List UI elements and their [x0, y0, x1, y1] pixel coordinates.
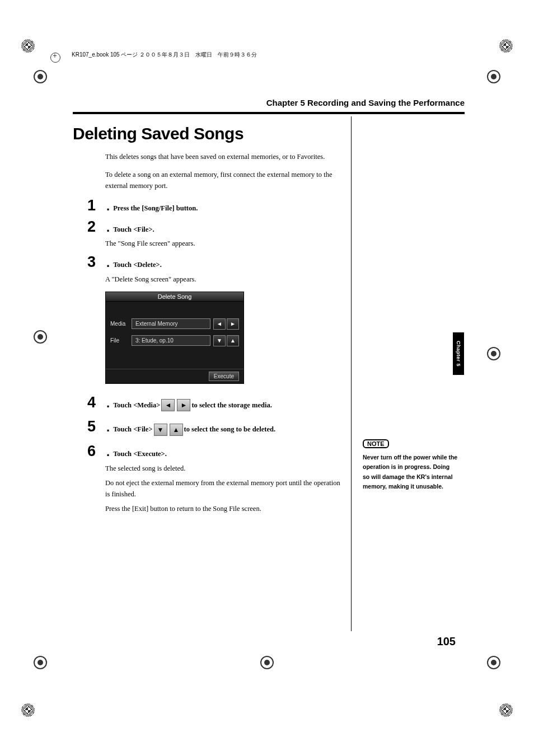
step-4-text-b: to select the storage media.	[191, 401, 271, 411]
step-number: 1	[87, 198, 102, 213]
media-row: Media External Memory ◄ ►	[110, 318, 239, 330]
step-dot: .	[106, 200, 110, 213]
crop-target-bc	[260, 656, 274, 669]
step-4-text-a: Touch <Media>	[113, 401, 160, 411]
step-number: 2	[87, 219, 102, 234]
step-2-desc: The "Song File screen" appears.	[105, 238, 346, 249]
file-down-arrow-button[interactable]: ▼	[213, 335, 226, 346]
crop-mark-br	[499, 703, 513, 717]
delete-song-screen: Delete Song Media External Memory ◄ ► Fi…	[105, 292, 244, 384]
step-6-desc-3: Press the [Exit] button to return to the…	[105, 503, 346, 514]
chapter-side-tab: Chapter 5	[453, 332, 464, 375]
step-text: Touch <File>.	[113, 225, 154, 235]
step-number: 5	[87, 419, 102, 434]
step-dot: .	[106, 446, 110, 458]
media-label: Media	[110, 321, 132, 327]
down-arrow-icon: ▼	[154, 424, 167, 436]
step-text: Touch <Execute>.	[113, 449, 167, 459]
step-number: 3	[87, 255, 102, 270]
media-field[interactable]: External Memory	[132, 318, 210, 329]
step-5: 5 . Touch <File> ▼ ▲ to select the song …	[87, 419, 465, 436]
crop-header-target-icon	[50, 53, 60, 63]
step-6-desc-1: The selected song is deleted.	[105, 463, 346, 474]
vertical-divider	[351, 116, 352, 631]
step-2: 2 . Touch <File>.	[87, 219, 465, 235]
left-arrow-icon: ◄	[161, 399, 175, 411]
media-left-arrow-button[interactable]: ◄	[213, 318, 226, 330]
step-dot: .	[106, 222, 110, 234]
screen-footer: Execute	[106, 369, 243, 383]
intro-paragraph-2: To delete a song on an external memory, …	[105, 169, 346, 191]
step-3: 3 . Touch <Delete>.	[87, 255, 465, 270]
section-title: Deleting Saved Songs	[73, 124, 465, 143]
crop-target-tl	[34, 70, 47, 83]
step-5-text-a: Touch <File>	[113, 425, 152, 435]
file-row: File 3: Etude, op.10 ▼ ▲	[110, 335, 239, 346]
crop-target-tr	[487, 70, 500, 83]
crop-mark-tr	[499, 39, 513, 53]
screen-title: Delete Song	[106, 292, 243, 302]
screen-body: Media External Memory ◄ ► File 3: Etude,…	[106, 302, 243, 369]
up-arrow-icon: ▲	[170, 424, 183, 436]
crop-mark-bl	[21, 703, 35, 717]
intro-paragraph-1: This deletes songs that have been saved …	[105, 151, 346, 162]
execute-button[interactable]: Execute	[209, 372, 239, 381]
page-number: 105	[437, 635, 456, 648]
file-label: File	[110, 337, 132, 344]
step-number: 4	[87, 395, 102, 410]
step-1: 1 . Press the [Song/File] button.	[87, 198, 465, 214]
step-text: Touch <Media> ◄ ► to select the storage …	[113, 399, 272, 411]
note-label: NOTE	[363, 439, 389, 448]
crop-target-mr	[487, 347, 500, 360]
crop-target-bl	[34, 656, 47, 669]
step-dot: .	[106, 421, 110, 434]
crop-target-br	[487, 656, 500, 669]
step-4: 4 . Touch <Media> ◄ ► to select the stor…	[87, 395, 465, 412]
note-section: NOTE Never turn off the power while the …	[363, 438, 458, 491]
step-3-desc: A "Delete Song screen" appears.	[105, 274, 346, 285]
note-text: Never turn off the power while the opera…	[363, 453, 458, 491]
step-dot: .	[106, 397, 110, 410]
media-right-arrow-button[interactable]: ►	[227, 318, 239, 330]
step-text: Touch <File> ▼ ▲ to select the song to b…	[113, 424, 275, 436]
chapter-header: Chapter 5 Recording and Saving the Perfo…	[73, 98, 465, 107]
chapter-rule	[73, 112, 465, 114]
step-dot: .	[106, 257, 110, 269]
book-header-info: KR107_e.book 105 ページ ２００５年８月３日 水曜日 午前９時３…	[72, 51, 257, 59]
right-arrow-icon: ►	[177, 399, 190, 411]
step-number: 6	[87, 444, 102, 459]
step-text: Touch <Delete>.	[113, 260, 162, 270]
file-up-arrow-button[interactable]: ▲	[227, 335, 239, 346]
step-6-desc-2: Do not eject the external memory from th…	[105, 477, 346, 500]
crop-target-ml	[34, 330, 47, 344]
step-text: Press the [Song/File] button.	[113, 204, 198, 214]
crop-mark-tl	[21, 39, 35, 53]
file-field[interactable]: 3: Etude, op.10	[132, 335, 210, 346]
step-5-text-b: to select the song to be deleted.	[184, 425, 276, 435]
